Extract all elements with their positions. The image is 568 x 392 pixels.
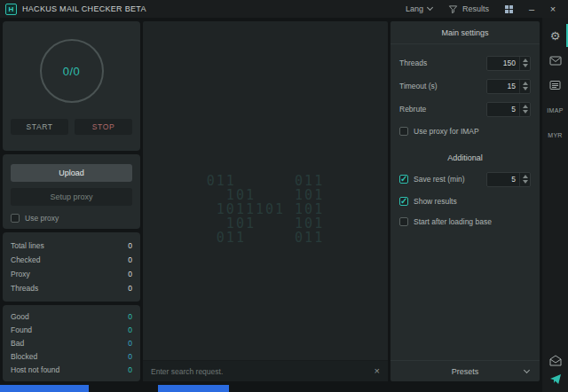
result-row-bad: Bad 0 xyxy=(11,339,132,348)
spinner-up-icon[interactable] xyxy=(523,175,528,178)
threads-row: Threads 150 xyxy=(399,51,531,74)
stats-card: Total lines 0 Checked 0 Proxy 0 Threads … xyxy=(3,232,140,302)
save-rest-checkbox[interactable] xyxy=(399,175,408,184)
progress-gauge: 0/0 xyxy=(40,39,104,103)
stat-value: 0 xyxy=(128,270,132,278)
result-value: 0 xyxy=(128,339,132,348)
app-title: HACKUS MAIL CHECKER BETA xyxy=(22,4,146,13)
rebrute-label: Rebrute xyxy=(399,105,426,114)
rebrute-input[interactable]: 5 xyxy=(486,102,531,117)
use-proxy-checkbox[interactable] xyxy=(11,214,20,223)
spinner-up-icon[interactable] xyxy=(523,105,528,108)
spinner-up-icon[interactable] xyxy=(523,59,528,62)
mail-list-icon xyxy=(549,80,561,90)
timeout-input[interactable]: 15 xyxy=(486,79,531,94)
start-after-checkbox[interactable] xyxy=(399,217,408,226)
results-funnel-icon xyxy=(448,4,458,14)
rebrute-row: Rebrute 5 xyxy=(399,98,531,121)
taskbar-fragment xyxy=(0,385,89,392)
save-rest-input[interactable]: 5 xyxy=(486,172,531,187)
save-rest-left: Save rest (min) xyxy=(399,175,465,184)
stat-value: 0 xyxy=(128,241,132,250)
result-value: 0 xyxy=(128,352,132,361)
tab-myr[interactable]: MYR xyxy=(542,122,568,147)
binary-watermark: 011 011 101 101 1011101 101 101 101 011 … xyxy=(143,174,388,245)
result-value: 0 xyxy=(128,365,132,374)
timeout-row: Timeout (s) 15 xyxy=(399,74,531,98)
clear-search-icon[interactable]: × xyxy=(369,366,380,376)
threads-label: Threads xyxy=(399,59,427,67)
rebrute-spinner xyxy=(519,103,530,116)
gauge-buttons: START STOP xyxy=(11,119,132,135)
save-rest-label: Save rest (min) xyxy=(414,175,465,184)
close-button[interactable]: × xyxy=(545,0,561,18)
spinner-up-icon[interactable] xyxy=(523,82,528,85)
imap-tab-label: IMAP xyxy=(547,107,563,114)
progress-count: 0/0 xyxy=(63,65,81,78)
start-button[interactable]: START xyxy=(11,119,68,135)
show-results-checkbox[interactable] xyxy=(399,197,408,206)
app-logo: H xyxy=(5,4,17,15)
telegram-button[interactable] xyxy=(542,373,568,385)
additional-header: Additional xyxy=(399,148,531,168)
spinner-down-icon[interactable] xyxy=(523,87,528,90)
spinner-down-icon[interactable] xyxy=(523,110,528,114)
start-after-label: Start after loading base xyxy=(414,217,492,226)
setup-proxy-button[interactable]: Setup proxy xyxy=(11,188,132,206)
results-button[interactable]: Results xyxy=(443,0,494,18)
titlebar: H HACKUS MAIL CHECKER BETA Lang Results … xyxy=(0,0,568,18)
spinner-down-icon[interactable] xyxy=(523,180,528,184)
watermark-line: 011 011 xyxy=(207,174,324,188)
tab-mail[interactable] xyxy=(542,48,568,73)
main-area: 011 011 101 101 1011101 101 101 101 011 … xyxy=(143,21,388,381)
icon-rail: ⚙ IMAP MYR xyxy=(542,18,568,392)
stat-label: Total lines xyxy=(11,241,44,250)
threads-spinner xyxy=(519,57,530,70)
settings-panel: Main settings Threads 150 Timeout (s) 15 xyxy=(390,21,540,381)
gauge-card: 0/0 START STOP xyxy=(3,21,140,151)
rail-bottom-icons xyxy=(542,349,568,385)
paper-plane-icon xyxy=(549,373,562,385)
myr-tab-label: MYR xyxy=(548,132,562,138)
presets-label: Presets xyxy=(452,367,479,376)
tab-imap[interactable]: IMAP xyxy=(542,98,568,122)
threads-input[interactable]: 150 xyxy=(486,56,531,71)
search-input[interactable] xyxy=(151,367,369,376)
timeout-label: Timeout (s) xyxy=(399,82,438,90)
chevron-down-icon xyxy=(427,4,433,11)
envelope-icon xyxy=(549,56,562,66)
stop-button[interactable]: STOP xyxy=(75,119,132,135)
stat-row-checked: Checked 0 xyxy=(11,255,132,264)
upload-button[interactable]: Upload xyxy=(11,164,132,182)
result-label: Host not found xyxy=(11,365,59,374)
tab-settings[interactable]: ⚙ xyxy=(542,23,568,48)
stat-row-total-lines: Total lines 0 xyxy=(11,241,132,250)
main-settings-header: Main settings xyxy=(390,21,540,44)
timeout-spinner xyxy=(519,80,530,93)
lang-menu[interactable]: Lang xyxy=(400,0,438,18)
minimize-button[interactable]: – xyxy=(524,0,540,18)
result-value: 0 xyxy=(128,325,132,334)
use-proxy-row: Use proxy xyxy=(11,214,132,223)
result-row-blocked: Blocked 0 xyxy=(11,352,132,361)
stat-label: Threads xyxy=(11,284,38,293)
app-logo-letter: H xyxy=(9,5,14,13)
spinner-down-icon[interactable] xyxy=(523,64,528,67)
result-label: Found xyxy=(11,325,32,334)
result-value: 0 xyxy=(128,312,132,321)
start-after-row: Start after loading base xyxy=(399,211,531,231)
stat-row-proxy: Proxy 0 xyxy=(11,270,132,278)
show-results-row: Show results xyxy=(399,191,531,211)
presets-button[interactable]: Presets xyxy=(390,360,540,381)
open-mail-button[interactable] xyxy=(542,355,568,366)
save-rest-row: Save rest (min) 5 xyxy=(399,168,531,191)
use-proxy-imap-checkbox[interactable] xyxy=(399,127,408,136)
watermark-line: 101 101 xyxy=(207,216,324,231)
chevron-down-icon xyxy=(524,367,530,373)
windows-logo-icon[interactable] xyxy=(505,5,513,13)
result-row-good: Good 0 xyxy=(11,312,132,321)
tab-mail-list[interactable] xyxy=(542,73,568,98)
save-rest-spinner xyxy=(519,173,530,186)
save-rest-value: 5 xyxy=(487,175,519,184)
result-label: Blocked xyxy=(11,352,37,361)
